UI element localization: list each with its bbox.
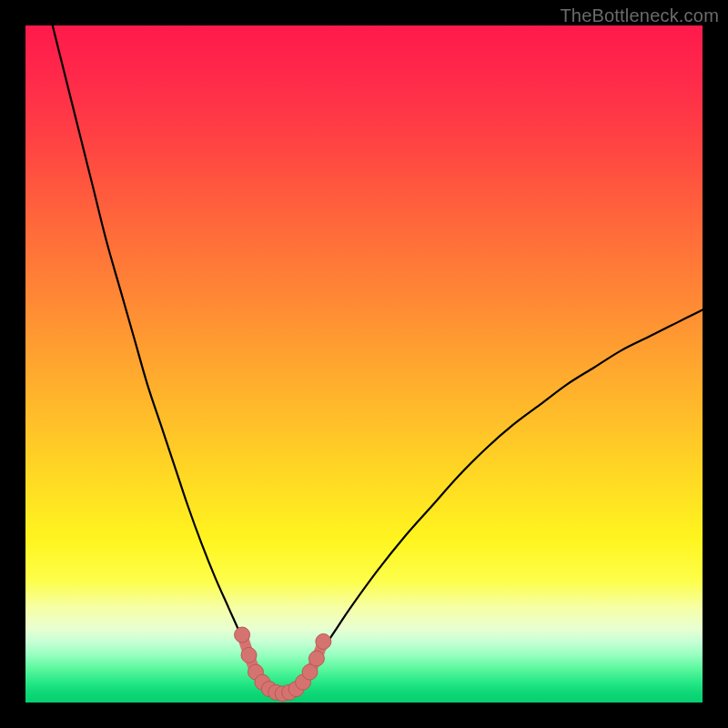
- valley-marker: [302, 664, 318, 680]
- valley-marker: [241, 647, 257, 662]
- right-branch-curve: [303, 309, 703, 678]
- curve-layer: [25, 25, 703, 703]
- valley-marker: [235, 627, 250, 642]
- valley-marker: [308, 651, 324, 666]
- watermark-text: TheBottleneck.com: [560, 5, 719, 26]
- valley-marker: [316, 634, 331, 650]
- left-branch-curve: [53, 25, 263, 679]
- plot-area: [25, 25, 703, 703]
- outer-frame: TheBottleneck.com: [0, 0, 728, 728]
